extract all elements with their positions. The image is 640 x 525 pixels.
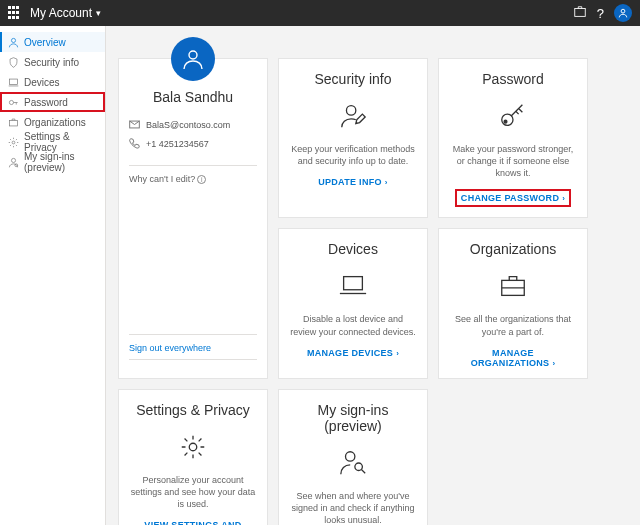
view-settings-link[interactable]: VIEW SETTINGS AND PRIVACY› <box>129 520 257 525</box>
svg-point-1 <box>621 9 625 13</box>
chevron-right-icon: › <box>562 194 565 203</box>
app-title: My Account <box>30 6 92 20</box>
profile-avatar <box>171 37 215 81</box>
gear-icon <box>178 432 208 464</box>
top-bar: My Account ▾ ? <box>0 0 640 26</box>
sidebar-item-label: Security info <box>24 57 79 68</box>
svg-point-6 <box>12 141 15 144</box>
why-cant-edit[interactable]: Why can't I edit?i <box>129 174 257 184</box>
sign-out-everywhere[interactable]: Sign out everywhere <box>129 343 257 353</box>
sidebar-item-settings[interactable]: Settings & Privacy <box>0 132 105 152</box>
card-desc: Disable a lost device and review your co… <box>289 313 417 337</box>
card-desc: Personalize your account settings and se… <box>129 474 257 510</box>
settings-privacy-card: Settings & Privacy Personalize your acco… <box>118 389 268 525</box>
main-content: Bala Sandhu BalaS@contoso.com +1 4251234… <box>106 26 640 525</box>
card-desc: See when and where you've signed in and … <box>289 490 417 525</box>
sidebar-item-label: Devices <box>24 77 60 88</box>
svg-rect-5 <box>9 120 17 126</box>
laptop-icon <box>338 271 368 303</box>
svg-rect-14 <box>344 277 363 290</box>
sidebar-item-security[interactable]: Security info <box>0 52 105 72</box>
sidebar-item-label: Password <box>24 97 68 108</box>
update-info-link[interactable]: UPDATE INFO› <box>318 177 388 187</box>
signins-card: My sign-ins (preview) See when and where… <box>278 389 428 525</box>
user-avatar[interactable] <box>614 4 632 22</box>
profile-phone-row: +1 4251234567 <box>129 138 257 149</box>
chevron-right-icon: › <box>396 349 399 358</box>
password-card: Password Make your password stronger, or… <box>438 58 588 218</box>
chevron-down-icon[interactable]: ▾ <box>96 8 101 18</box>
svg-point-4 <box>9 100 13 104</box>
card-desc: See all the organizations that you're a … <box>449 313 577 337</box>
card-title: Password <box>482 71 543 87</box>
svg-point-2 <box>11 38 15 42</box>
person-search-icon <box>338 448 368 480</box>
chevron-right-icon: › <box>552 359 555 368</box>
devices-card: Devices Disable a lost device and review… <box>278 228 428 378</box>
manage-devices-link[interactable]: MANAGE DEVICES› <box>307 348 399 358</box>
card-title: Organizations <box>470 241 556 257</box>
sidebar-item-organizations[interactable]: Organizations <box>0 112 105 132</box>
sidebar-item-label: Overview <box>24 37 66 48</box>
person-edit-icon <box>338 101 368 133</box>
card-desc: Keep your verification methods and secur… <box>289 143 417 167</box>
svg-point-7 <box>11 158 15 162</box>
sidebar-item-overview[interactable]: Overview <box>0 32 105 52</box>
card-title: Security info <box>314 71 391 87</box>
svg-point-18 <box>355 463 363 471</box>
app-launcher-icon[interactable] <box>8 6 22 20</box>
sidebar-item-label: Settings & Privacy <box>24 131 97 153</box>
manage-orgs-link[interactable]: MANAGE ORGANIZATIONS› <box>449 348 577 368</box>
sidebar-item-password[interactable]: Password <box>0 92 105 112</box>
sidebar-item-label: My sign-ins (preview) <box>24 151 97 173</box>
sidebar: Overview Security info Devices Password … <box>0 26 106 525</box>
svg-point-17 <box>346 451 355 460</box>
svg-rect-0 <box>575 9 586 17</box>
info-icon: i <box>197 175 206 184</box>
change-password-link[interactable]: CHANGE PASSWORD› <box>461 193 565 203</box>
svg-point-13 <box>504 120 507 123</box>
profile-name: Bala Sandhu <box>129 89 257 105</box>
card-title: My sign-ins (preview) <box>289 402 417 434</box>
profile-email: BalaS@contoso.com <box>146 120 230 130</box>
sidebar-item-label: Organizations <box>24 117 86 128</box>
org-switcher-icon[interactable] <box>573 5 587 21</box>
organizations-card: Organizations See all the organizations … <box>438 228 588 378</box>
briefcase-icon <box>498 271 528 303</box>
chevron-right-icon: › <box>385 178 388 187</box>
svg-point-11 <box>346 106 355 115</box>
security-info-card: Security info Keep your verification met… <box>278 58 428 218</box>
profile-email-row: BalaS@contoso.com <box>129 119 257 130</box>
svg-point-16 <box>189 443 197 451</box>
profile-phone: +1 4251234567 <box>146 139 209 149</box>
profile-card: Bala Sandhu BalaS@contoso.com +1 4251234… <box>118 58 268 379</box>
card-title: Devices <box>328 241 378 257</box>
card-desc: Make your password stronger, or change i… <box>449 143 577 179</box>
svg-point-9 <box>189 51 197 59</box>
sidebar-item-devices[interactable]: Devices <box>0 72 105 92</box>
card-title: Settings & Privacy <box>136 402 250 418</box>
help-icon[interactable]: ? <box>597 6 604 21</box>
svg-rect-3 <box>9 79 17 85</box>
sidebar-item-signins[interactable]: My sign-ins (preview) <box>0 152 105 172</box>
highlight-change-password: CHANGE PASSWORD› <box>455 189 571 207</box>
key-icon <box>498 101 528 133</box>
